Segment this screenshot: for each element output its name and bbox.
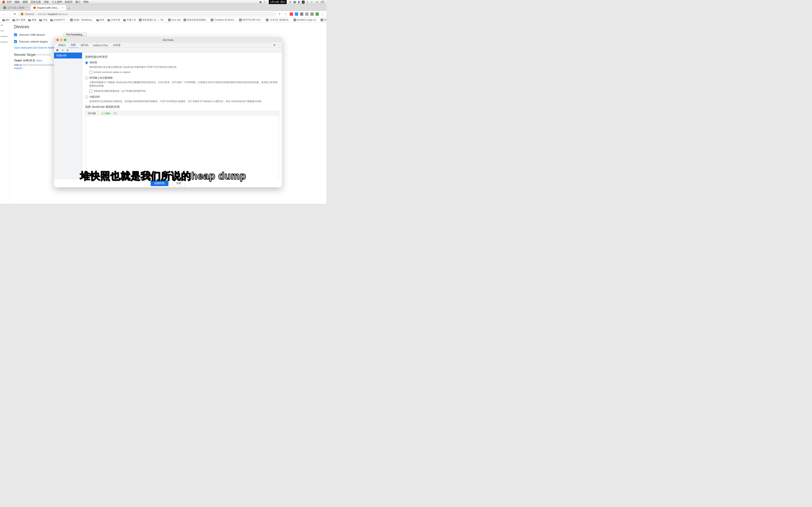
menu-bookmarks[interactable]: 书签 xyxy=(44,0,49,4)
status-moon-icon[interactable]: ☾ xyxy=(264,0,266,3)
folder-icon xyxy=(2,18,5,21)
allocation-timeline-radio[interactable] xyxy=(85,76,88,79)
bookmark-item[interactable]: sandbox's logo on... xyxy=(293,18,319,22)
bookmark-item[interactable]: 【UCG】游戏机实... xyxy=(265,18,292,22)
new-tab-button[interactable]: + xyxy=(66,6,71,10)
devtools-title-bar[interactable]: DevTools xyxy=(54,37,282,43)
left-nav-item[interactable]: ols xyxy=(0,24,9,26)
include-numerical-checkbox[interactable] xyxy=(89,71,92,74)
discover-usb-checkbox[interactable] xyxy=(14,33,17,36)
status-a-icon[interactable]: A xyxy=(302,1,305,3)
folder-icon xyxy=(12,18,15,21)
menu-history[interactable]: 历史记录 xyxy=(31,0,41,4)
left-nav-item[interactable]: workers xyxy=(0,35,9,38)
record-icon[interactable] xyxy=(56,49,59,52)
port-forwarding-button[interactable]: Port forwarding... xyxy=(64,33,87,37)
status-wifi-icon[interactable]: ᯤ xyxy=(311,1,313,3)
bookmark-label: 美剧资源汇总 — Tel... xyxy=(142,18,165,21)
menu-edit[interactable]: 编辑 xyxy=(14,0,20,4)
ext-icon-3[interactable] xyxy=(300,12,303,16)
browser-tab[interactable]: 127.0.0.1:3000 × xyxy=(1,5,30,10)
bookmark-item[interactable]: 设计资源 xyxy=(11,18,26,22)
menu-view[interactable]: 视图 xyxy=(22,0,28,4)
bookmark-label: 海淘 xyxy=(32,18,37,21)
more-icon[interactable]: ⋮ xyxy=(321,12,325,16)
target-filename: index.js xyxy=(14,64,22,66)
traffic-lights xyxy=(56,39,66,41)
more-icon[interactable]: ⋮ xyxy=(277,44,280,47)
bookmark-item[interactable]: 技术 xyxy=(95,18,105,22)
vm-section-title: 选择 JavaScript 虚拟机实例 xyxy=(85,105,279,109)
bookmark-item[interactable]: xczy nas xyxy=(167,18,182,22)
devtools-tab-sources[interactable]: 源代码 xyxy=(78,43,91,48)
tab-close-icon[interactable]: × xyxy=(26,6,28,9)
bookmark-item[interactable]: 日本行程 xyxy=(106,18,121,22)
bookmark-favicon xyxy=(168,18,171,21)
address-bar: ← → ⟳ Chrome | chrome://inspect/#devices… xyxy=(0,11,326,17)
heap-snapshot-label: 堆快照 xyxy=(90,61,97,64)
tab-favicon-chrome-icon xyxy=(33,6,36,9)
devtools-tab-memory[interactable]: 内存 xyxy=(68,42,78,48)
bookmark-item[interactable]: 海淘 xyxy=(27,18,37,22)
status-record-icon[interactable]: ◉ xyxy=(259,0,262,3)
ext-icon-2[interactable] xyxy=(295,12,298,16)
bookmark-item[interactable]: 常窗工具 xyxy=(122,18,137,22)
tab-label: Inspect with Chrome Develope xyxy=(37,6,60,9)
menu-help[interactable]: 帮助 xyxy=(84,0,89,4)
allocation-sampling-radio[interactable] xyxy=(85,96,88,99)
bookmark-label: gfw xyxy=(6,18,10,21)
status-battery2-icon[interactable]: ▭ xyxy=(316,0,318,3)
devtools-tab-adblock[interactable]: Adblock Plus xyxy=(91,43,110,48)
bookmark-item[interactable]: 美剧资源汇总 — Tel... xyxy=(138,18,166,22)
apple-icon[interactable]: 🍎 xyxy=(2,0,5,3)
address-input[interactable]: Chrome | chrome://inspect/#devices xyxy=(18,12,276,16)
status-battery-icon[interactable]: ▮ xyxy=(298,0,300,3)
clear-icon[interactable]: ⊘ xyxy=(61,49,64,52)
trash-icon[interactable]: 🗑 xyxy=(66,49,69,52)
bookmark-favicon xyxy=(70,18,73,21)
bookmark-favicon xyxy=(294,18,296,21)
ext-icon-5[interactable] xyxy=(310,12,314,16)
maximize-window-icon[interactable] xyxy=(64,39,66,41)
vm-instance-row[interactable]: 379 MB ↓1.2 MB/s (空) xyxy=(85,111,279,116)
star-icon[interactable]: ☆ xyxy=(284,12,288,16)
status-grid-icon[interactable]: ▦ xyxy=(294,0,296,3)
devtools-tab-console[interactable]: 控制台 xyxy=(56,43,68,48)
bookmark-item[interactable]: gfw xyxy=(1,18,11,22)
tab-close-icon[interactable]: × xyxy=(61,6,64,9)
bookmark-item[interactable]: [2017-4-12]改华硕... xyxy=(319,18,326,22)
minimize-window-icon[interactable] xyxy=(60,39,62,41)
bookmark-item[interactable]: mac软件下... xyxy=(49,18,68,22)
record-stack-checkbox[interactable] xyxy=(89,90,92,93)
bookmark-item[interactable]: Compare Git Branc... xyxy=(210,18,237,22)
bookmark-item[interactable]: 转运 xyxy=(38,18,48,22)
heap-snapshot-radio[interactable] xyxy=(85,61,88,64)
folder-icon xyxy=(28,18,31,21)
ext-icon-6[interactable] xyxy=(315,12,319,16)
menu-window[interactable]: 窗口 xyxy=(75,0,81,4)
share-icon[interactable]: ⇧ xyxy=(277,12,282,16)
menu-tabs[interactable]: 标签页 xyxy=(65,0,72,4)
close-window-icon[interactable] xyxy=(56,39,59,41)
left-nav-item[interactable]: ons xyxy=(0,30,9,32)
devtools-tab-profiler[interactable]: 分析器 xyxy=(110,43,123,48)
devtools-tabs: 控制台 内存 源代码 Adblock Plus 分析器 ⚙ ⋮ xyxy=(54,43,282,48)
browser-tab-active[interactable]: Inspect with Chrome Develope × xyxy=(31,5,66,10)
trace-link[interactable]: trace xyxy=(37,59,42,62)
back-button[interactable]: ← xyxy=(1,12,6,16)
left-nav-item[interactable]: workers xyxy=(0,41,9,43)
status-fan-icon[interactable]: ✳ xyxy=(289,0,291,3)
ext-icon-4[interactable] xyxy=(305,12,308,16)
sidebar-item-profiles[interactable]: 性能分析 xyxy=(54,53,82,58)
status-bluetooth-icon[interactable]: ᛒ xyxy=(307,1,308,3)
menu-file[interactable]: 文件 xyxy=(7,0,12,4)
bookmark-item[interactable]: 简单的风景后期思... xyxy=(183,18,209,22)
bookmark-item[interactable]: Angle - Bootstrap... xyxy=(69,18,95,22)
reload-button[interactable]: ⟳ xyxy=(13,12,17,16)
bookmark-item[interactable]: RESTful API 设计... xyxy=(238,18,264,22)
settings-icon[interactable]: ⚙ xyxy=(273,44,275,47)
forward-button[interactable]: → xyxy=(7,12,11,16)
ext-icon-1[interactable] xyxy=(290,12,293,16)
menu-profile[interactable]: 个人资料 xyxy=(52,0,62,4)
discover-network-checkbox[interactable] xyxy=(14,40,17,43)
